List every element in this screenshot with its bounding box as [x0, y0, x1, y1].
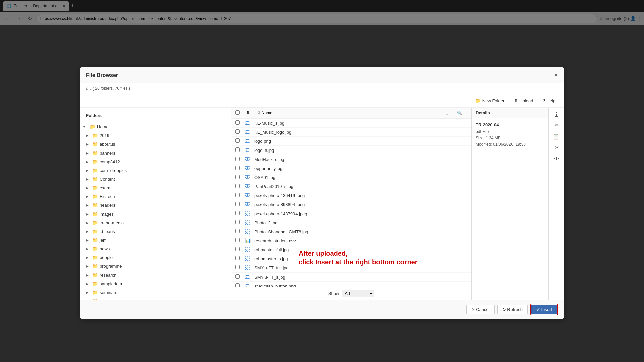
modal-backdrop: File Browser × ⌂ / ( 26 folders, 76 file…	[0, 0, 644, 25]
